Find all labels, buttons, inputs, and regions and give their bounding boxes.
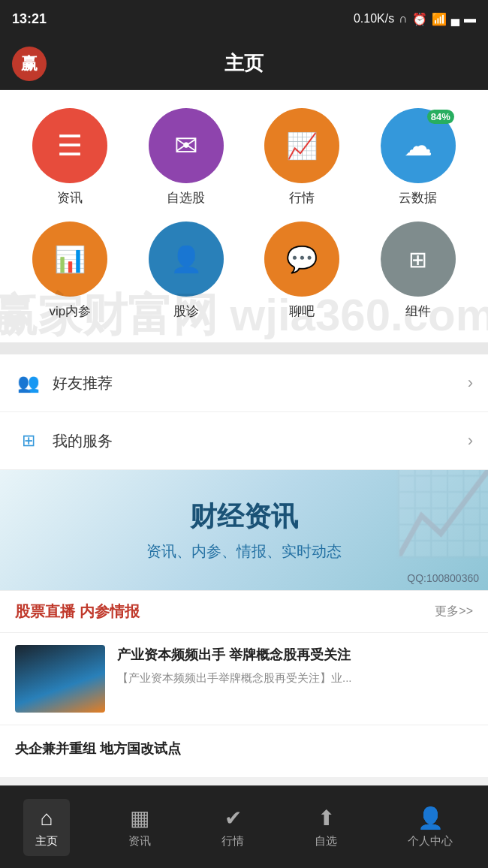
friend-recommend-label: 好友推荐 bbox=[53, 373, 468, 393]
cloud-icon: ☁ bbox=[404, 129, 432, 162]
page-title: 主页 bbox=[224, 50, 264, 77]
vip-circle: 📊 bbox=[32, 222, 107, 297]
banner-subtitle: 资讯、内参、情报、实时动态 bbox=[146, 541, 342, 562]
profile-nav-icon: 👤 bbox=[417, 806, 444, 830]
icons-section: ☰ 资讯 ✉ 自选股 📈 行情 ☁ 84% bbox=[0, 90, 488, 342]
app-logo: 赢 bbox=[12, 47, 47, 81]
stock-advice-icon: 👤 bbox=[170, 244, 202, 274]
news-header: 股票直播 内参情报 更多>> bbox=[0, 590, 488, 632]
market-icon: 📈 bbox=[286, 131, 318, 161]
signal-icon: ▄ bbox=[451, 12, 459, 26]
cloud-badge: 84% bbox=[427, 110, 454, 124]
market-nav-icon: ✔ bbox=[224, 806, 242, 830]
nav-news[interactable]: ▦ 资讯 bbox=[116, 798, 163, 856]
status-icons: 0.10K/s ∩ ⏰ 📶 ▄ ▬ bbox=[354, 12, 476, 26]
watchlist-label: 自选股 bbox=[167, 189, 205, 206]
news-content-1: 产业资本频频出手 举牌概念股再受关注 【产业资本频频出手举牌概念股再受关注】业.… bbox=[117, 645, 473, 686]
news-icon: ☰ bbox=[57, 129, 83, 162]
friend-recommend-item[interactable]: 👥 好友推荐 › bbox=[0, 354, 488, 412]
icons-row-2: 📊 vip内参 👤 股诊 💬 聊吧 ⊞ 组件 bbox=[12, 222, 476, 320]
nav-icon-vip[interactable]: 📊 vip内参 bbox=[32, 222, 107, 320]
stock-advice-label: 股诊 bbox=[173, 303, 199, 320]
market-label: 行情 bbox=[289, 189, 315, 206]
stock-advice-circle: 👤 bbox=[149, 222, 224, 297]
service-icon: ⊞ bbox=[15, 427, 42, 454]
news-section-title: 股票直播 内参情报 bbox=[15, 601, 140, 622]
nav-icon-widget[interactable]: ⊞ 组件 bbox=[381, 222, 456, 320]
market-nav-label: 行情 bbox=[221, 834, 244, 848]
my-service-label: 我的服务 bbox=[53, 431, 468, 451]
news-item-2[interactable]: 央企兼并重组 地方国改试点 bbox=[0, 725, 488, 777]
nav-icon-market[interactable]: 📈 行情 bbox=[264, 108, 339, 206]
service-arrow-icon: › bbox=[468, 431, 473, 451]
news-nav-label: 资讯 bbox=[128, 834, 151, 848]
cloud-label: 云数据 bbox=[399, 189, 437, 206]
news-nav-icon: ▦ bbox=[130, 806, 149, 830]
widget-icon: ⊞ bbox=[408, 246, 427, 273]
news-title-1: 产业资本频频出手 举牌概念股再受关注 bbox=[117, 645, 473, 665]
banner: 📈 财经资讯 资讯、内参、情报、实时动态 QQ:100800360 bbox=[0, 470, 488, 590]
nav-icon-watchlist[interactable]: ✉ 自选股 bbox=[149, 108, 224, 206]
news-item-1[interactable]: 产业资本频频出手 举牌概念股再受关注 【产业资本频频出手举牌概念股再受关注】业.… bbox=[0, 632, 488, 725]
alarm-icon: ⏰ bbox=[412, 12, 427, 26]
home-icon: ⌂ bbox=[41, 806, 53, 830]
icons-row-1: ☰ 资讯 ✉ 自选股 📈 行情 ☁ 84% bbox=[12, 108, 476, 206]
banner-qq: QQ:100800360 bbox=[407, 572, 479, 584]
nav-home[interactable]: ⌂ 主页 bbox=[23, 799, 70, 856]
app-header: 赢 主页 bbox=[0, 38, 488, 90]
watchlist-nav-icon: ⬆ bbox=[318, 806, 335, 830]
status-bar: 13:21 0.10K/s ∩ ⏰ 📶 ▄ ▬ bbox=[0, 0, 488, 38]
vip-label: vip内参 bbox=[49, 303, 91, 320]
battery-icon: ▬ bbox=[464, 12, 476, 26]
my-service-item[interactable]: ⊞ 我的服务 › bbox=[0, 412, 488, 470]
news-circle: ☰ bbox=[32, 108, 107, 183]
news-title-2: 央企兼并重组 地方国改试点 bbox=[15, 739, 473, 759]
home-label: 主页 bbox=[35, 834, 58, 848]
news-thumb-inner-1 bbox=[15, 645, 105, 713]
profile-nav-label: 个人中心 bbox=[408, 834, 453, 848]
chat-icon: 💬 bbox=[286, 244, 318, 274]
cloud-circle: ☁ 84% bbox=[381, 108, 456, 183]
section-divider-1 bbox=[0, 342, 488, 354]
chat-label: 聊吧 bbox=[289, 303, 315, 320]
chat-circle: 💬 bbox=[264, 222, 339, 297]
nav-icon-news[interactable]: ☰ 资讯 bbox=[32, 108, 107, 206]
speed-indicator: 0.10K/s bbox=[354, 12, 394, 26]
banner-title: 财经资讯 bbox=[190, 499, 298, 535]
nav-market[interactable]: ✔ 行情 bbox=[209, 798, 256, 856]
list-section: 👥 好友推荐 › ⊞ 我的服务 › bbox=[0, 354, 488, 470]
bottom-navigation: ⌂ 主页 ▦ 资讯 ✔ 行情 ⬆ 自选 👤 个人中心 bbox=[0, 785, 488, 868]
vip-icon: 📊 bbox=[54, 244, 86, 274]
widget-circle: ⊞ bbox=[381, 222, 456, 297]
news-more-link[interactable]: 更多>> bbox=[435, 604, 473, 619]
nav-icon-cloud[interactable]: ☁ 84% 云数据 bbox=[381, 108, 456, 206]
nav-icon-chat[interactable]: 💬 聊吧 bbox=[264, 222, 339, 320]
news-label: 资讯 bbox=[57, 189, 83, 206]
market-circle: 📈 bbox=[264, 108, 339, 183]
nav-watchlist[interactable]: ⬆ 自选 bbox=[303, 798, 349, 856]
banner-bg-icon: 📈 bbox=[390, 470, 488, 561]
status-time: 13:21 bbox=[12, 11, 47, 27]
headphone-icon: ∩ bbox=[399, 12, 408, 26]
nav-profile[interactable]: 👤 个人中心 bbox=[396, 798, 465, 856]
friend-arrow-icon: › bbox=[468, 373, 473, 393]
watchlist-nav-label: 自选 bbox=[315, 834, 337, 848]
news-summary-1: 【产业资本频频出手举牌概念股再受关注】业... bbox=[117, 670, 473, 686]
nav-icon-stock-advice[interactable]: 👤 股诊 bbox=[149, 222, 224, 320]
main-scroll: ☰ 资讯 ✉ 自选股 📈 行情 ☁ 84% bbox=[0, 90, 488, 785]
news-thumb-1 bbox=[15, 645, 105, 713]
widget-label: 组件 bbox=[405, 303, 431, 320]
friend-icon: 👥 bbox=[15, 369, 42, 396]
watchlist-icon: ✉ bbox=[174, 129, 198, 162]
watchlist-circle: ✉ bbox=[149, 108, 224, 183]
wifi-icon: 📶 bbox=[432, 12, 447, 26]
